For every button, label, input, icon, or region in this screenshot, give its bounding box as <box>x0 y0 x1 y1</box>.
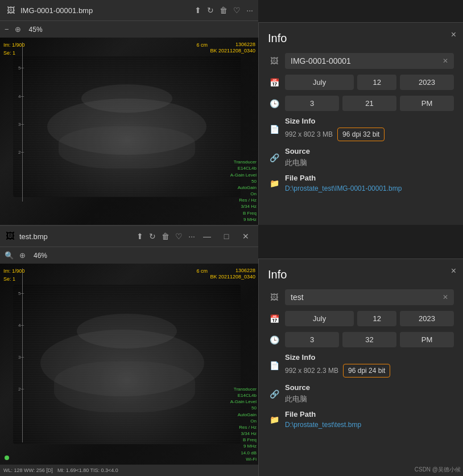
more-icon-top[interactable]: ··· <box>246 6 253 15</box>
bottom-info-topbar <box>258 225 463 259</box>
filepath-icon-bottom: 📁 <box>268 415 280 424</box>
size-dpi-box-bottom: 96 dpi 24 bit <box>343 364 390 377</box>
filename-icon-bottom: 🖼 <box>268 293 280 302</box>
source-label-bottom: Source <box>285 383 454 392</box>
minimize-button[interactable]: — <box>200 231 214 241</box>
info-filepath-row-bottom: 📁 File Path D:\prostate_test\test.bmp <box>268 410 454 429</box>
info-size-row-top: 📄 Size Info 992 x 802 3 MB 96 dpi 32 bit <box>268 117 454 141</box>
img-overlay-tl-bottom: Im: 1/900 Se: 1 <box>3 267 25 283</box>
source-icon-top: 🔗 <box>268 153 280 162</box>
filename-clear-bottom[interactable]: ✕ <box>443 293 448 301</box>
filename-box-top: IMG-0001-00001 ✕ <box>285 53 454 69</box>
date-year-top[interactable]: 2023 <box>400 75 454 90</box>
maximize-button[interactable]: □ <box>219 231 234 241</box>
source-value-bottom: 此电脑 <box>285 394 454 404</box>
zoom-out-icon-bottom[interactable]: 🔍 <box>5 251 14 260</box>
info-size-row-bottom: 📄 Size Info 992 x 802 2.3 MB 96 dpi 24 b… <box>268 353 454 377</box>
viewer-bottom: 🖼 test.bmp ⬆ ↻ 🗑 ♡ ··· — □ ✕ 🔍 ⊕ 46% 6 c <box>0 225 259 476</box>
zoom-in-icon-bottom[interactable]: ⊕ <box>19 251 26 260</box>
date-day-top[interactable]: 12 <box>357 75 396 90</box>
favorite-icon-bottom[interactable]: ♡ <box>175 232 183 241</box>
time-ampm-top[interactable]: PM <box>400 96 454 111</box>
titlebar-icons-top: ⬆ ↻ 🗑 ♡ ··· <box>195 6 253 15</box>
clock-icon-top: 🕒 <box>268 99 280 108</box>
time-minute-top[interactable]: 21 <box>342 96 396 111</box>
size-label-top: Size Info <box>285 117 454 125</box>
file-icon-top: 🖼 <box>6 5 16 15</box>
filepath-label-bottom: File Path <box>285 410 454 418</box>
info-close-top[interactable]: × <box>451 30 456 40</box>
img-overlay-tr-bottom: 1306228 BK 20211208_0340 <box>210 267 255 280</box>
close-button-bottom-viewer[interactable]: ✕ <box>238 231 253 241</box>
zoom-level-top: 45% <box>29 26 43 34</box>
status-text-bottom: WL: 128 WW: 256 [D] <box>3 467 53 473</box>
titlebar-icons-bottom: ⬆ ↻ 🗑 ♡ ··· <box>137 232 195 241</box>
delete-icon-bottom[interactable]: 🗑 <box>162 232 170 241</box>
filepath-value-bottom: D:\prostate_test\test.bmp <box>285 421 454 429</box>
filename-icon-top: 🖼 <box>268 56 280 65</box>
info-filename-row-top: 🖼 IMG-0001-00001 ✕ <box>268 53 454 69</box>
filepath-value-top: D:\prostate_test\IMG-0001-00001.bmp <box>285 184 454 192</box>
viewer-bottom-filename: test.bmp <box>19 232 132 241</box>
window-controls-bottom: — □ ✕ <box>200 231 253 241</box>
delete-icon-top[interactable]: 🗑 <box>220 6 228 15</box>
info-title-top: Info <box>268 32 454 45</box>
source-label-top: Source <box>285 147 454 155</box>
viewer-top-filename: IMG-0001-00001.bmp <box>20 6 190 15</box>
img-overlay-tr-top: 1306228 BK 20211208_0340 <box>210 41 255 54</box>
viewer-bottom-canvas: 6 cm 5─ 4─ 3─ 2─ Im: 1/900 Se: 1 1306228… <box>0 264 259 476</box>
info-time-row-bottom: 🕒 3 32 PM <box>268 332 454 347</box>
share-icon-bottom[interactable]: ⬆ <box>137 232 143 241</box>
calendar-icon-top: 📅 <box>268 78 280 87</box>
viewer-top-canvas: 6 cm 5─ 4─ 3─ 2─ Im: 1/900 Se: 1 1306228… <box>0 38 259 225</box>
time-hour-bottom[interactable]: 3 <box>285 332 339 347</box>
zoom-in-icon-top[interactable]: ⊕ <box>15 25 21 34</box>
top-panel-header <box>258 0 463 23</box>
date-month-bottom[interactable]: July <box>285 311 354 326</box>
time-hour-top[interactable]: 3 <box>285 96 339 111</box>
source-icon-bottom: 🔗 <box>268 389 280 399</box>
info-panel-top: × Info 🖼 IMG-0001-00001 ✕ 📅 July 12 2023… <box>258 23 463 248</box>
rotate-icon-bottom[interactable]: ↻ <box>149 232 156 241</box>
date-month-top[interactable]: July <box>285 75 354 90</box>
size-dims-bottom: 992 x 802 2.3 MB <box>285 367 338 375</box>
info-close-bottom[interactable]: × <box>451 266 456 276</box>
date-year-bottom[interactable]: 2023 <box>400 311 454 326</box>
info-source-row-bottom: 🔗 Source 此电脑 <box>268 383 454 404</box>
filename-box-bottom: test ✕ <box>285 289 454 305</box>
viewer-bottom-toolbar: 🔍 ⊕ 46% <box>0 247 259 264</box>
time-ampm-bottom[interactable]: PM <box>400 332 454 347</box>
ultrasound-image-bottom: 6 cm 5─ 4─ 3─ 2─ Im: 1/900 Se: 1 1306228… <box>0 264 259 476</box>
size-icon-top: 📄 <box>268 125 280 134</box>
favorite-icon-top[interactable]: ♡ <box>233 6 241 15</box>
filepath-icon-top: 📁 <box>268 179 280 188</box>
img-overlay-tl-top: Im: 1/900 Se: 1 <box>3 41 25 57</box>
viewer-top: 🖼 IMG-0001-00001.bmp ⬆ ↻ 🗑 ♡ ··· − ⊕ 45%… <box>0 0 259 225</box>
size-dpi-box-top: 96 dpi 32 bit <box>337 128 385 141</box>
rotate-icon-top[interactable]: ↻ <box>207 6 214 15</box>
filename-text-top: IMG-0001-00001 <box>291 56 351 65</box>
viewer-top-titlebar: 🖼 IMG-0001-00001.bmp ⬆ ↻ 🗑 ♡ ··· <box>0 0 259 20</box>
ultrasound-image-top: 6 cm 5─ 4─ 3─ 2─ Im: 1/900 Se: 1 1306228… <box>0 38 259 225</box>
watermark: CSDN @吴德小候 <box>415 466 461 474</box>
img-overlay-br-top: Transducer E14CL4b A-Gain Level 50 AutoG… <box>230 159 257 223</box>
status-bar-bottom: WL: 128 WW: 256 [D] MI: 1.69<1.80 TIS: 0… <box>0 465 259 476</box>
size-dims-top: 992 x 802 3 MB <box>285 130 333 138</box>
info-title-bottom: Info <box>268 268 454 281</box>
more-icon-bottom[interactable]: ··· <box>188 232 195 241</box>
date-day-bottom[interactable]: 12 <box>357 311 396 326</box>
filename-text-bottom: test <box>291 293 304 302</box>
calendar-icon-bottom: 📅 <box>268 314 280 323</box>
filename-clear-top[interactable]: ✕ <box>443 57 448 65</box>
status-mi-bottom: MI: 1.69<1.80 TIS: 0.3<4.0 <box>57 467 118 473</box>
info-panel-bottom: × Info 🖼 test ✕ 📅 July 12 2023 🕒 3 32 <box>258 259 463 476</box>
info-date-row-bottom: 📅 July 12 2023 <box>268 311 454 326</box>
info-filename-row-bottom: 🖼 test ✕ <box>268 289 454 305</box>
file-icon-bottom: 🖼 <box>6 231 15 241</box>
viewer-top-toolbar: − ⊕ 45% <box>0 20 259 38</box>
info-source-row-top: 🔗 Source 此电脑 <box>268 147 454 168</box>
time-minute-bottom[interactable]: 32 <box>342 332 396 347</box>
size-icon-bottom: 📄 <box>268 361 280 370</box>
zoom-out-icon-top[interactable]: − <box>5 25 9 34</box>
share-icon-top[interactable]: ⬆ <box>195 6 201 15</box>
